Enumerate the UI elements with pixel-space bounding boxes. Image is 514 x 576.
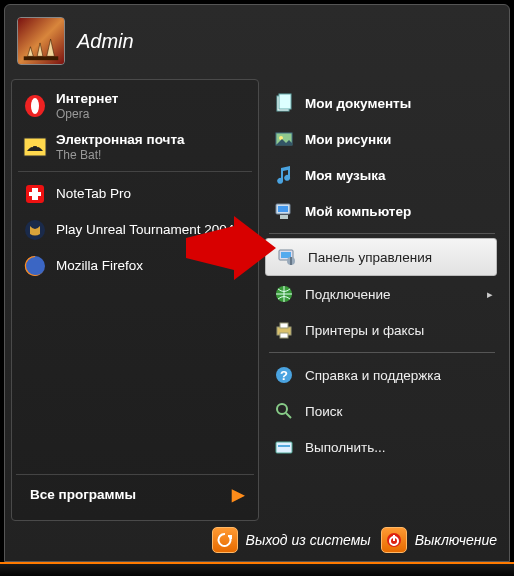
documents-icon xyxy=(273,92,295,114)
places-label: Мои рисунки xyxy=(305,132,391,147)
computer-icon xyxy=(273,200,295,222)
svg-rect-1 xyxy=(24,56,59,60)
places-label: Мои документы xyxy=(305,96,411,111)
pinned-title: Mozilla Firefox xyxy=(56,258,143,274)
run-icon xyxy=(273,436,295,458)
pinned-title: Интернет xyxy=(56,91,118,107)
pinned-title: NoteTab Pro xyxy=(56,186,131,202)
separator xyxy=(269,233,495,234)
start-menu-header: Admin xyxy=(11,11,503,79)
places-run[interactable]: Выполнить... xyxy=(263,429,503,465)
help-icon: ? xyxy=(273,364,295,386)
notetab-icon xyxy=(22,181,48,207)
start-menu-footer: Выход из системы Выключение xyxy=(11,521,503,561)
places-help[interactable]: ? Справка и поддержка xyxy=(263,357,503,393)
logoff-label: Выход из системы xyxy=(246,532,371,548)
firefox-icon xyxy=(22,253,48,279)
places-control-panel[interactable]: Панель управления xyxy=(265,238,497,276)
places-label: Моя музыка xyxy=(305,168,386,183)
opera-icon xyxy=(22,93,48,119)
svg-text:?: ? xyxy=(280,368,288,383)
avatar[interactable] xyxy=(17,17,65,65)
places-connect-to[interactable]: Подключение ▸ xyxy=(263,276,503,312)
svg-rect-31 xyxy=(276,442,292,453)
places-my-documents[interactable]: Мои документы xyxy=(263,85,503,121)
start-menu: Admin Интернет Opera xyxy=(4,4,510,562)
shutdown-button[interactable]: Выключение xyxy=(381,527,497,553)
shutdown-label: Выключение xyxy=(415,532,497,548)
pinned-sub: Opera xyxy=(56,107,118,121)
places-label: Поиск xyxy=(305,404,342,419)
pinned-title: Электронная почта xyxy=(56,132,185,148)
svg-rect-22 xyxy=(290,257,292,265)
network-icon xyxy=(273,283,295,305)
svg-rect-18 xyxy=(280,215,288,219)
pinned-item-notetab[interactable]: NoteTab Pro xyxy=(16,176,254,212)
svg-point-5 xyxy=(31,145,33,147)
svg-point-6 xyxy=(37,145,39,147)
svg-rect-13 xyxy=(279,94,291,109)
pinned-item-firefox[interactable]: Mozilla Firefox xyxy=(16,248,254,284)
pinned-sub: The Bat! xyxy=(56,148,185,162)
music-icon xyxy=(273,164,295,186)
svg-rect-32 xyxy=(278,445,290,447)
printer-icon xyxy=(273,319,295,341)
places-my-computer[interactable]: Мой компьютер xyxy=(263,193,503,229)
places-label: Выполнить... xyxy=(305,440,386,455)
places-my-music[interactable]: Моя музыка xyxy=(263,157,503,193)
svg-rect-17 xyxy=(278,206,288,212)
places-search[interactable]: Поиск xyxy=(263,393,503,429)
logoff-icon xyxy=(212,527,238,553)
svg-point-29 xyxy=(277,404,287,414)
svg-point-3 xyxy=(31,98,39,114)
logoff-button[interactable]: Выход из системы xyxy=(212,527,371,553)
unreal-icon xyxy=(22,217,48,243)
places-printers[interactable]: Принтеры и факсы xyxy=(263,312,503,348)
pinned-title: Play Unreal Tournament 2004 xyxy=(56,222,234,238)
taskbar[interactable] xyxy=(0,562,514,576)
svg-rect-25 xyxy=(280,323,288,328)
pictures-icon xyxy=(273,128,295,150)
pinned-list: Интернет Opera Электронная почта The Bat… xyxy=(11,79,259,521)
control-panel-icon xyxy=(276,246,298,268)
svg-rect-20 xyxy=(281,252,291,258)
places-list: Мои документы Мои рисунки Моя музыка Мой… xyxy=(259,79,503,521)
places-label: Справка и поддержка xyxy=(305,368,441,383)
pinned-item-ut2004[interactable]: Play Unreal Tournament 2004 xyxy=(16,212,254,248)
bat-icon xyxy=(22,134,48,160)
separator xyxy=(269,352,495,353)
svg-line-30 xyxy=(286,413,291,418)
all-programs-button[interactable]: Все программы ▶ xyxy=(16,474,254,514)
places-label: Панель управления xyxy=(308,250,432,265)
svg-rect-26 xyxy=(280,333,288,338)
chevron-right-icon: ▸ xyxy=(487,288,493,301)
pinned-item-internet[interactable]: Интернет Opera xyxy=(16,86,254,127)
start-menu-body: Интернет Opera Электронная почта The Bat… xyxy=(11,79,503,521)
search-icon xyxy=(273,400,295,422)
svg-rect-9 xyxy=(29,192,41,196)
places-label: Мой компьютер xyxy=(305,204,411,219)
places-label: Принтеры и факсы xyxy=(305,323,424,338)
places-my-pictures[interactable]: Мои рисунки xyxy=(263,121,503,157)
arrow-right-icon: ▶ xyxy=(232,485,244,504)
all-programs-label: Все программы xyxy=(30,487,136,502)
username-label: Admin xyxy=(77,30,134,53)
places-label: Подключение xyxy=(305,287,391,302)
pinned-item-mail[interactable]: Электронная почта The Bat! xyxy=(16,127,254,168)
shutdown-icon xyxy=(381,527,407,553)
